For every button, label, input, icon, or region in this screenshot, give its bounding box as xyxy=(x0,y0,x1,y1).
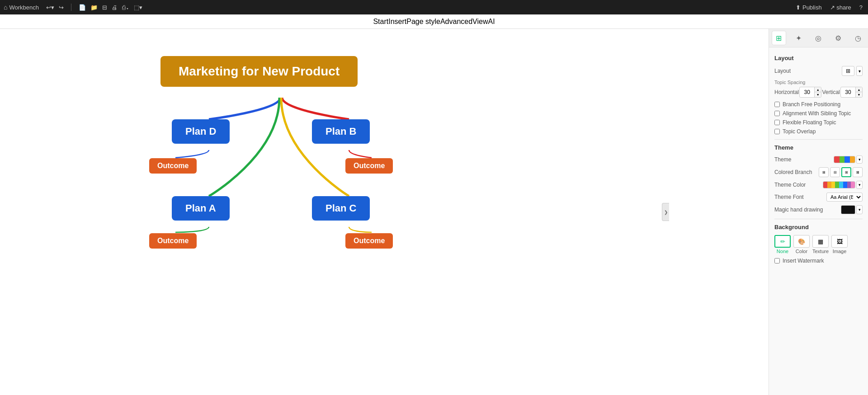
menu-item-insert[interactable]: Insert xyxy=(388,18,406,26)
vertical-label: Vertical xyxy=(822,89,840,95)
open-file-button[interactable]: 📁 xyxy=(89,3,99,12)
bg-option-color[interactable]: 🎨 Color xyxy=(793,235,810,254)
theme-color-row: Theme Color ▾ xyxy=(774,181,863,189)
theme-color-control: ▾ xyxy=(823,181,863,189)
magic-drawing-label: Magic hand drawing xyxy=(774,207,823,213)
undo-button[interactable]: ↩▾ xyxy=(44,3,56,12)
outcome-a-node[interactable]: Outcome xyxy=(149,233,197,249)
watermark-row: Insert Watermark xyxy=(774,258,863,264)
panel-icon-tabs: ⊞ ✦ ◎ ⚙ ◷ xyxy=(769,29,868,47)
panel-tab-layout[interactable]: ⊞ xyxy=(772,31,786,45)
menu-item-ai[interactable]: AI xyxy=(488,18,495,26)
theme-font-select[interactable]: Aa Arial (Big) xyxy=(826,193,863,202)
layout-dropdown-button[interactable]: ▾ xyxy=(856,66,863,76)
flexible-row: Flexible Floating Topic xyxy=(774,119,863,126)
bg-color-label: Color xyxy=(796,249,807,254)
theme-section: Theme Theme ▾ xyxy=(774,144,863,214)
panel-toggle-button[interactable]: ❯ xyxy=(662,203,669,221)
panel-content: Layout Layout ⊞ ▾ Topic Spacing Horizont… xyxy=(769,47,868,272)
menu-item-advanced[interactable]: Advanced xyxy=(440,18,472,26)
colored-branch-label: Colored Branch xyxy=(774,169,812,175)
bg-texture-label: Texture xyxy=(812,249,829,254)
root-node[interactable]: Marketing for New Product xyxy=(160,56,358,87)
topic-spacing-title: Topic Spacing xyxy=(774,80,863,85)
background-section-title: Background xyxy=(774,224,863,230)
export-button[interactable]: ⎙▾ xyxy=(120,3,131,12)
app-title: Workbench xyxy=(9,4,39,11)
bg-none-icon: ✏ xyxy=(774,235,791,248)
vertical-input-group: ▲ ▼ xyxy=(840,87,863,98)
flexible-checkbox[interactable] xyxy=(774,120,780,125)
undo-redo-group: ↩▾ ↪ xyxy=(44,3,66,12)
bg-option-texture[interactable]: ▦ Texture xyxy=(812,235,829,254)
share-button[interactable]: ↗ share xyxy=(828,3,853,12)
plan-c-node[interactable]: Plan C xyxy=(312,196,370,221)
checkboxes-group: Branch Free Positioning Alignment With S… xyxy=(774,101,863,135)
topic-overlap-checkbox[interactable] xyxy=(774,129,780,134)
plan-a-node[interactable]: Plan A xyxy=(172,196,230,221)
divider-2 xyxy=(774,219,863,219)
print-button[interactable]: 🖨 xyxy=(110,3,119,12)
bg-none-label: None xyxy=(777,249,788,254)
flexible-label: Flexible Floating Topic xyxy=(783,119,836,126)
redo-button[interactable]: ↪ xyxy=(57,3,66,12)
horizontal-down-button[interactable]: ▼ xyxy=(815,92,821,97)
horizontal-input[interactable] xyxy=(800,88,814,96)
right-panel: ⊞ ✦ ◎ ⚙ ◷ Layout Layout ⊞ ▾ Topic Spacin… xyxy=(769,29,868,395)
outcome-b-node[interactable]: Outcome xyxy=(345,158,393,174)
cb-option-3[interactable]: ⊞ xyxy=(841,167,851,177)
theme-color-preview[interactable] xyxy=(834,156,855,163)
branch-free-label: Branch Free Positioning xyxy=(783,101,840,108)
outcome-c-node[interactable]: Outcome xyxy=(345,233,393,249)
more-tools-button[interactable]: ⬚▾ xyxy=(132,3,144,12)
new-file-button[interactable]: 📄 xyxy=(77,3,88,12)
help-button[interactable]: ? xyxy=(858,3,864,12)
topic-overlap-label: Topic Overlap xyxy=(783,128,816,135)
canvas[interactable]: Marketing for New Product Plan D Plan B … xyxy=(0,29,769,395)
magic-drawing-row: Magic hand drawing ▾ xyxy=(774,205,863,214)
magic-color-dropdown-button[interactable]: ▾ xyxy=(856,205,863,214)
share-icon: ↗ xyxy=(830,4,835,11)
horizontal-input-group: ▲ ▼ xyxy=(799,87,821,98)
topbar-right: ⬆ Publish ↗ share ? xyxy=(794,3,864,12)
layout-picker-button[interactable]: ⊞ xyxy=(842,66,854,76)
bg-option-none[interactable]: ✏ None xyxy=(774,235,791,254)
watermark-checkbox[interactable] xyxy=(774,258,780,263)
plan-d-node[interactable]: Plan D xyxy=(172,119,230,144)
panel-tab-timer[interactable]: ◷ xyxy=(851,31,865,45)
alignment-row: Alignment With Sibling Topic xyxy=(774,110,863,117)
theme-dropdown-button[interactable]: ▾ xyxy=(856,155,863,164)
menubar: Start Insert Page style Advanced View AI xyxy=(0,14,868,29)
vertical-input[interactable] xyxy=(841,88,855,96)
theme-color-strip[interactable] xyxy=(823,181,855,188)
panel-tab-target[interactable]: ◎ xyxy=(811,31,826,45)
main-area: Marketing for New Product Plan D Plan B … xyxy=(0,29,868,395)
cb-option-4[interactable]: ⊠ xyxy=(853,167,863,177)
bg-option-image[interactable]: 🖼 Image xyxy=(831,235,848,254)
horizontal-up-button[interactable]: ▲ xyxy=(815,87,821,92)
panel-tab-magic[interactable]: ✦ xyxy=(792,31,806,45)
alignment-checkbox[interactable] xyxy=(774,111,780,116)
theme-color-dropdown-button[interactable]: ▾ xyxy=(856,181,863,189)
home-icon[interactable]: ⌂ xyxy=(4,4,7,11)
outcome-d-node[interactable]: Outcome xyxy=(149,158,197,174)
vertical-down-button[interactable]: ▼ xyxy=(856,92,862,97)
vertical-up-button[interactable]: ▲ xyxy=(856,87,862,92)
branch-free-checkbox[interactable] xyxy=(774,102,780,107)
panel-tab-settings[interactable]: ⚙ xyxy=(831,31,845,45)
menu-item-start[interactable]: Start xyxy=(373,18,388,26)
layout-section-title: Layout xyxy=(774,55,863,61)
layout-row: Layout ⊞ ▾ xyxy=(774,66,863,76)
publish-button[interactable]: ⬆ Publish xyxy=(794,3,823,12)
menu-item-page-style[interactable]: Page style xyxy=(406,18,440,26)
background-section: Background ✏ None 🎨 Color ▦ Texture xyxy=(774,224,863,264)
theme-section-title: Theme xyxy=(774,144,863,151)
templates-button[interactable]: ⊟ xyxy=(100,3,109,12)
toolbar-divider-1 xyxy=(71,4,71,11)
menu-item-view[interactable]: View xyxy=(472,18,488,26)
cb-option-1[interactable]: ⊞ xyxy=(819,167,829,177)
menubar-center: Start Insert Page style Advanced View AI xyxy=(0,14,868,28)
plan-b-node[interactable]: Plan B xyxy=(312,119,370,144)
magic-color-box[interactable] xyxy=(841,205,855,214)
cb-option-2[interactable]: ⊟ xyxy=(830,167,840,177)
